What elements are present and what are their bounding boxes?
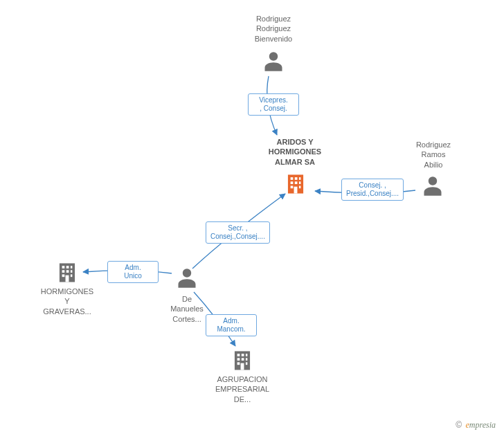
svg-rect-13 (71, 266, 72, 269)
svg-rect-9 (294, 187, 298, 194)
brand-rest: mpresia (469, 420, 496, 430)
company-left-label: HORMIGONES Y GRAVERAS... (26, 287, 109, 316)
building-icon[interactable] (285, 173, 306, 195)
edge-label-bottom[interactable]: Adm. Mancom. (206, 314, 257, 336)
edge-label-center[interactable]: Secr. , Consej.,Consej.... (206, 221, 270, 244)
svg-rect-1 (291, 177, 294, 180)
svg-rect-19 (66, 275, 69, 282)
svg-rect-17 (62, 274, 65, 277)
svg-rect-3 (299, 177, 300, 180)
svg-rect-28 (246, 362, 247, 365)
svg-rect-11 (62, 266, 65, 269)
svg-rect-21 (237, 354, 240, 356)
person-icon[interactable] (263, 50, 284, 73)
edge-label-right[interactable]: Consej. , Presid.,Consej.... (341, 179, 404, 201)
svg-rect-2 (295, 177, 298, 180)
person-right-label: Rodriguez Ramos Abilio (392, 140, 475, 170)
person-icon[interactable] (422, 174, 443, 198)
svg-rect-14 (62, 270, 65, 273)
person-top-label: Rodriguez Rodriguez Bienvenido (232, 14, 315, 44)
svg-rect-18 (71, 274, 72, 277)
svg-rect-26 (246, 358, 247, 361)
svg-rect-25 (242, 358, 244, 361)
svg-rect-12 (66, 266, 69, 269)
building-icon[interactable] (232, 349, 253, 372)
svg-rect-27 (237, 362, 240, 365)
svg-rect-6 (299, 181, 300, 184)
building-icon[interactable] (57, 262, 78, 284)
edge-label-top[interactable]: Vicepres. , Consej. (248, 93, 299, 116)
svg-rect-29 (241, 363, 244, 370)
svg-rect-4 (291, 181, 294, 184)
svg-rect-23 (246, 354, 247, 356)
svg-rect-8 (299, 185, 300, 188)
svg-rect-5 (295, 181, 298, 184)
company-bottom-label: AGRUPACION EMPRESARIAL DE... (201, 374, 284, 404)
diagram-canvas: Rodriguez Rodriguez Bienvenido ARIDOS Y … (0, 0, 504, 436)
svg-rect-22 (242, 354, 244, 356)
svg-rect-15 (66, 270, 69, 273)
footer-brand: © empresia (456, 420, 496, 430)
edge-label-left[interactable]: Adm. Unico (107, 261, 159, 283)
copyright-symbol: © (456, 420, 462, 430)
company-main-label: ARIDOS Y HORMIGONES ALMAR SA (253, 137, 336, 167)
svg-rect-7 (291, 185, 294, 188)
person-icon[interactable] (177, 266, 197, 290)
svg-rect-24 (237, 358, 240, 361)
svg-rect-16 (71, 270, 72, 273)
